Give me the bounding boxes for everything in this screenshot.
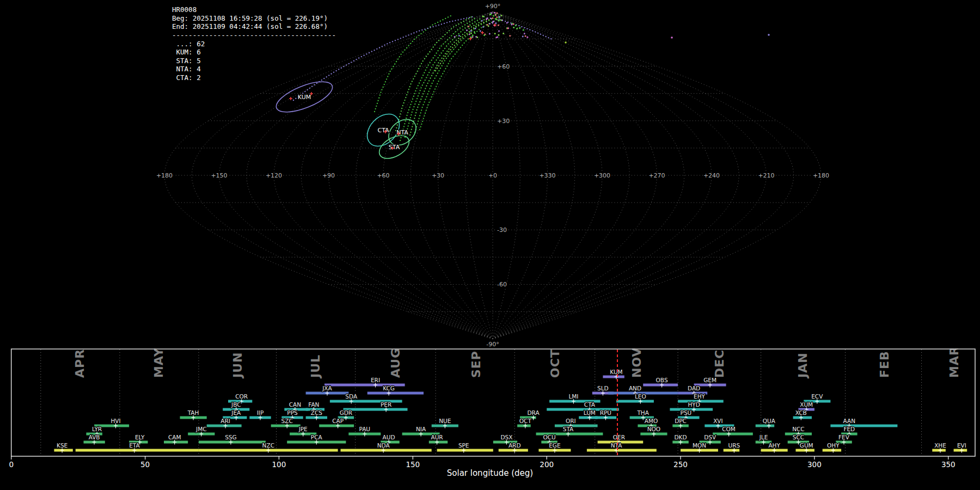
shower-label-DSV: DSV [704,434,716,440]
lon-label: +180 [156,172,173,179]
shower-bar-PER [344,408,408,411]
radiant-dot [523,29,524,31]
radiant-dot [524,33,525,34]
shower-label-ZCS: ZCS [311,409,323,416]
month-label-APR: APR [73,349,87,378]
radiant-dot [496,12,498,14]
shower-label-FAN: FAN [308,401,319,408]
shower-label-EVI: EVI [957,442,966,449]
radiant-dot [454,36,456,38]
shower-bar-AAN [830,425,897,427]
radiant-dot [476,36,478,38]
shower-label-FED: FED [843,426,855,432]
radiant-dot [482,26,484,28]
shower-bar-NTA [587,449,657,452]
radiant-dot [492,17,494,19]
shower-map-label-CTA: CTA [377,127,389,134]
radiant-dot [470,30,471,32]
meridian-line [493,11,575,339]
lon-label: +330 [539,172,555,179]
lon-label: +150 [211,172,227,179]
lon-label: +270 [648,172,665,179]
shower-label-NTA: NTA [611,442,622,449]
radiant-dot [490,17,492,19]
shower-label-HVI: HVI [111,418,120,424]
shower-label-FEV: FEV [838,434,850,440]
shower-label-JBC: JBC [231,401,241,408]
shower-label-AND: AND [629,385,641,391]
lon-label: +300 [594,172,610,179]
lon-label: +240 [703,172,720,179]
month-label-JUN: JUN [231,352,244,379]
month-label-OCT: OCT [548,349,562,378]
meteor-radiant-screen: KUMCTANTASTA+180+150+120+90+60+30+0+330+… [0,0,980,490]
radiant-dot [482,15,483,17]
radiant-dot [469,34,470,35]
shower-label-AHY: AHY [768,442,780,449]
radiant-dot [494,12,495,14]
shower-label-ORI: ORI [566,418,576,424]
radiant-dot [499,16,500,18]
shower-bar-COM [713,433,753,436]
shower-label-ERI: ERI [371,377,380,383]
radiant-dot [498,34,499,36]
month-label-MAY: MAY [152,348,166,378]
x-tick-label: 250 [673,460,688,469]
shower-bar-ORI [555,425,598,427]
lat-label: +60 [497,63,510,70]
radiant-dot [492,22,493,24]
radiant-dot [489,33,491,35]
shower-label-DSX: DSX [500,434,512,440]
shower-label-QUA: QUA [763,418,776,424]
radiant-dot [490,14,492,15]
radiant-dot [498,24,499,26]
radiant-dot [493,21,494,22]
shower-bar-URS [724,449,740,452]
radiant-dot [495,18,497,20]
shower-label-ETA: ETA [129,442,140,449]
radiant-dot [472,35,474,36]
radiant-dot [475,28,476,29]
lon-label: +0 [488,172,497,179]
lon-label: +180 [813,172,829,179]
shower-map-label-KUM: KUM [298,94,311,101]
shower-ellipse-labels: KUMCTANTASTA [298,94,409,151]
shower-label-XVI: XVI [713,418,722,424]
shower-label-KUM: KUM [610,369,622,375]
shower-label-SCC: SCC [793,434,804,440]
radiant-dot [525,35,526,37]
shower-label-CAP: CAP [332,418,344,424]
shower-bar-NDA [341,449,432,452]
shower-label-NZC: NZC [262,442,274,449]
month-label-FEB: FEB [878,351,891,378]
sky-map: KUMCTANTASTA+180+150+120+90+60+30+0+330+… [0,0,980,348]
shower-label-AUD: AUD [383,434,395,440]
shower-label-SPE: SPE [458,442,469,449]
x-axis-ticks [11,456,948,460]
shower-label-XHE: XHE [934,442,946,449]
shower-label-GUM: GUM [800,442,813,449]
shower-label-SZC: SZC [281,418,293,424]
shower-label-KSE: KSE [57,442,68,449]
meridian-line [329,11,493,339]
shower-label-AVB: AVB [89,434,100,440]
radiant-dot [496,16,498,18]
shower-label-NCC: NCC [792,426,805,432]
lon-label: +60 [377,172,389,179]
radiant-dot [509,35,511,36]
shower-label-PSU: PSU [681,409,692,416]
drift-track [405,18,481,137]
lon-label: +120 [266,172,282,179]
radiant-dot [516,28,518,29]
lat-label: +30 [497,118,510,125]
radiant-dot [458,35,460,36]
shower-label-PAU: PAU [359,426,371,432]
radiant-dot [470,32,472,34]
radiant-dot [489,23,491,24]
meridian-line [493,11,657,339]
lat-label: -60 [497,281,507,288]
shower-label-JPE: JPE [298,426,308,432]
month-label-AUG: AUG [389,348,402,378]
radiant-dot [487,24,488,26]
shower-label-EGE: EGE [549,442,560,449]
